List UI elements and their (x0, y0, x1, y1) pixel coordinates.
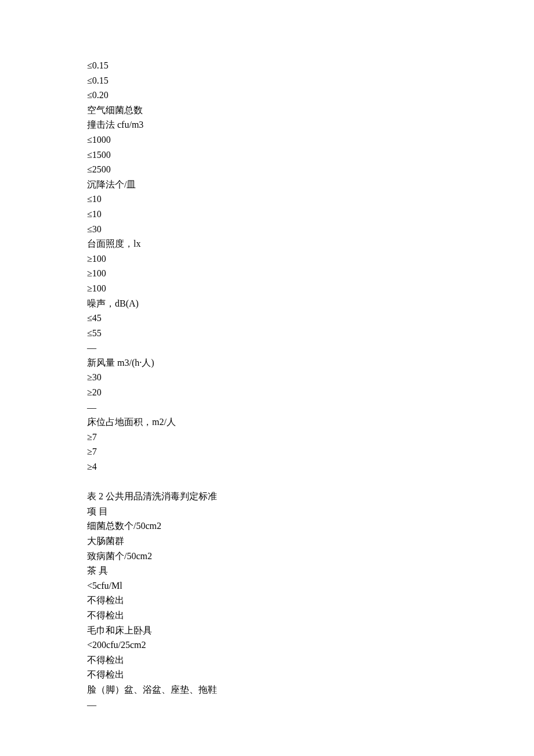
text-line: 项 目 (87, 504, 447, 519)
text-line: ≥7 (87, 430, 447, 445)
text-line: 新风量 m3/(h·人) (87, 355, 447, 370)
text-line: ≤0.15 (87, 58, 447, 73)
text-line: ≤0.15 (87, 73, 447, 88)
text-line: 致病菌个/50cm2 (87, 549, 447, 564)
text-line: 不得检出 (87, 608, 447, 623)
text-line: 不得检出 (87, 593, 447, 608)
text-line: 茶 具 (87, 563, 447, 578)
text-line: ≥20 (87, 385, 447, 400)
text-line: ≥7 (87, 444, 447, 459)
text-line: ≤10 (87, 192, 447, 207)
text-line: 撞击法 cfu/m3 (87, 117, 447, 132)
text-line: — (87, 340, 447, 355)
text-line: ≤0.20 (87, 88, 447, 103)
text-line: — (87, 697, 447, 712)
text-line: 脸（脚）盆、浴盆、座垫、拖鞋 (87, 682, 447, 697)
text-line: 毛巾和床上卧具 (87, 623, 447, 638)
text-line: ≤10 (87, 207, 447, 222)
text-line: ≥100 (87, 251, 447, 267)
text-line: 空气细菌总数 (87, 103, 447, 118)
text-line: 表 2 公共用品清洗消毒判定标准 (87, 489, 447, 504)
document-page: ≤0.15≤0.15≤0.20空气细菌总数撞击法 cfu/m3≤1000≤150… (0, 0, 534, 756)
text-line: ≤55 (87, 326, 447, 341)
text-line: ≤1500 (87, 147, 447, 163)
text-line: <5cfu/Ml (87, 578, 447, 593)
text-line: ≥30 (87, 370, 447, 385)
blank-line (87, 474, 447, 489)
text-line: 沉降法个/皿 (87, 177, 447, 192)
text-line: — (87, 400, 447, 415)
text-line: 噪声，dB(A) (87, 296, 447, 311)
text-line: ≤2500 (87, 162, 447, 177)
text-line: 不得检出 (87, 653, 447, 668)
text-line: 细菌总数个/50cm2 (87, 519, 447, 534)
text-line: ≤30 (87, 222, 447, 237)
text-line: ≤1000 (87, 132, 447, 147)
text-line: ≤45 (87, 311, 447, 326)
text-line: ≥100 (87, 266, 447, 281)
text-line: 台面照度，lx (87, 236, 447, 251)
text-line: 不得检出 (87, 667, 447, 682)
text-line: 大肠菌群 (87, 534, 447, 549)
text-line: 床位占地面积，m2/人 (87, 415, 447, 430)
text-line: <200cfu/25cm2 (87, 638, 447, 653)
text-line: ≥100 (87, 281, 447, 296)
text-line: ≥4 (87, 459, 447, 474)
